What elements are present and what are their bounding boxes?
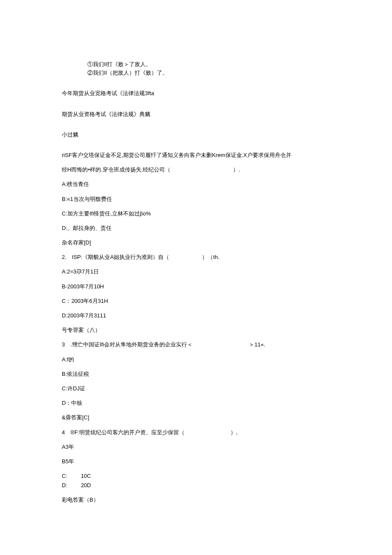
q3-option-a: A:f的: [62, 356, 330, 363]
q3-stem-a: 3 .甥亡中国证Ifi会对从隼地外期货业务的企业实行＜: [62, 341, 193, 348]
q2-option-c: C：2003年6月31H: [62, 297, 330, 305]
q4-c-label: C:: [62, 472, 67, 480]
q4-d-label: D:: [62, 482, 67, 489]
q2-answer: 号专罪案（八）: [62, 326, 330, 334]
q2-stem: 2. ISP:《期貌从业A姐执业行为准则）自（ ）（th.: [62, 253, 330, 261]
q4-stem-a: 4 ®F:明赁炫纪公司客六的开户资。应至少保留（: [62, 429, 184, 436]
q1-stem-a: 经H而悔的•样的.穿仓班成传扬失.经纪公司（: [62, 166, 170, 173]
q1-option-a: A:榜当青任: [62, 180, 330, 188]
section-heading: 小过魑: [62, 131, 330, 139]
q4-c-value: 10C: [81, 472, 91, 480]
q4-option-a: A3年: [62, 443, 330, 451]
q1-answer: 杂名存家[D]: [62, 239, 330, 247]
intro-block: ①我们II打《败＞了敌人。 ②我们II（把敌人）打《败）了。: [87, 61, 330, 77]
q2-stem-b: ）（th.: [202, 254, 219, 260]
q1-stem-line1: riSF客户交塔保证金不足,期货公司履忏了通知义务向客户未删Krem保证金.X户…: [62, 151, 330, 159]
q4-answer: 彩电答案（B）: [62, 496, 330, 504]
q2-option-b: B-2003年7月10H: [62, 283, 330, 291]
q4-stem: 4 ®F:明赁炫纪公司客六的开户资。应至少保留（ ）,: [62, 429, 330, 436]
q2-stem-a: 2. ISP:《期貌从业A姐执业行为准则）自（: [62, 254, 169, 260]
q1-option-b: B:«1当次与明馥费任: [62, 195, 330, 203]
q3-answer: &毋答案[C]: [62, 414, 330, 421]
q2-option-a: A:2≈3尕7月1日: [62, 268, 330, 276]
q1-option-c: C:加方主要Ifi怪货任,立林不如过βo%: [62, 210, 330, 218]
intro-line-1: ①我们II打《败＞了敌人。: [87, 61, 330, 68]
q4-option-b: B5年: [62, 458, 330, 465]
q4-stem-b: ）,: [231, 429, 238, 436]
q1-option-d: D:。邮拉身的、责任: [62, 224, 330, 232]
q3-option-d: D：中核: [62, 399, 330, 407]
document-body: ①我们II打《败＞了敌人。 ②我们II（把敌人）打《败）了。 今年期货从业宽格考…: [0, 0, 392, 537]
q3-option-c: C:许DJ证: [62, 385, 330, 392]
title-2: 期货从业资格考试《法律法规》典魑: [62, 110, 330, 118]
q1-stem-line2: 经H而悔的•样的.穿仓班成传扬失.经纪公司（ ）.: [62, 166, 330, 174]
q4-option-c: C: 10C: [62, 472, 330, 480]
q3-stem: 3 .甥亡中国证Ifi会对从隼地外期货业务的企业实行＜ ＞11«.: [62, 341, 330, 349]
q1-stem-b: ）.: [233, 166, 240, 173]
q2-option-d: D:2003年7月3111: [62, 312, 330, 320]
q3-option-b: B:依法征税: [62, 370, 330, 378]
q4-option-d: D: 20D: [62, 482, 330, 489]
title-1: 今年期货从业宽格考试《法律法规3fta: [62, 90, 330, 97]
q3-stem-b: ＞11«.: [249, 341, 265, 348]
intro-line-2: ②我们II（把敌人）打《败）了。: [87, 69, 330, 77]
q4-d-value: 20D: [81, 482, 91, 489]
